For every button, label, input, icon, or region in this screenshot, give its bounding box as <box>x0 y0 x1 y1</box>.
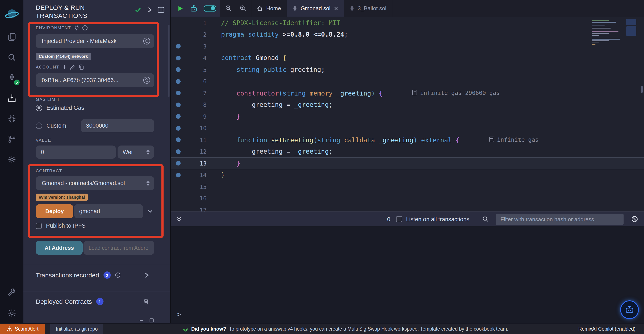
copy-icon[interactable] <box>149 318 154 323</box>
code-line[interactable]: 7 constructor(string memory _greeting) {… <box>171 87 644 99</box>
gutter-marker-icon[interactable] <box>171 44 185 49</box>
check-icon[interactable] <box>134 6 142 13</box>
contract-select[interactable]: Gmonad - contracts/Gmonad.sol <box>36 176 154 190</box>
split-panel-icon[interactable] <box>158 7 164 13</box>
close-icon[interactable] <box>334 6 338 10</box>
minimap[interactable] <box>592 19 636 49</box>
gutter-marker-icon[interactable] <box>171 114 185 119</box>
stepper-icon[interactable] <box>143 77 150 84</box>
gutter-marker-icon[interactable] <box>171 138 185 142</box>
git-init-button[interactable]: Initialize as git repo <box>50 324 103 334</box>
code-line[interactable]: 8 greeting = _greeting; <box>171 99 644 111</box>
file-explorer-icon[interactable] <box>0 27 24 47</box>
code-line[interactable]: 11 function setGreeting(string calldata … <box>171 134 644 146</box>
expand-terminal-icon[interactable] <box>176 216 182 222</box>
listen-checkbox[interactable] <box>396 216 402 222</box>
run-script-icon[interactable] <box>176 4 184 12</box>
solidity-compiler-icon[interactable] <box>0 68 24 88</box>
code-line[interactable]: 6 <box>171 75 644 87</box>
code-line[interactable]: 3 <box>171 40 644 52</box>
gutter-marker-icon[interactable] <box>171 149 185 154</box>
code-line[interactable]: 9 } <box>171 111 644 122</box>
code-line[interactable]: 2pragma solidity >=0.8.0 <=0.8.24; <box>171 29 644 40</box>
copy-icon[interactable] <box>78 64 84 70</box>
gutter-marker-icon[interactable] <box>171 56 185 60</box>
gutter-marker-icon[interactable] <box>171 126 185 131</box>
tab-ballot[interactable]: 3_Ballot.sol <box>344 0 392 16</box>
code-line[interactable]: 13 } <box>171 157 644 169</box>
minus-icon[interactable] <box>139 318 144 323</box>
code-line[interactable]: 15 <box>171 181 644 193</box>
deploy-run-icon[interactable] <box>0 88 24 108</box>
editor-scrollbar[interactable] <box>640 86 643 93</box>
code-line[interactable]: 4contract Gmonad { <box>171 52 644 64</box>
tab-home[interactable]: Home <box>251 0 287 16</box>
chevron-right-icon[interactable] <box>147 7 152 13</box>
line-number: 7 <box>185 90 206 97</box>
gutter-marker-icon[interactable] <box>171 67 185 72</box>
info-icon[interactable] <box>115 272 120 278</box>
copilot-status[interactable]: RemixAI Copilot (enabled) <box>578 324 636 334</box>
ai-robot-icon[interactable] <box>190 4 198 12</box>
scam-alert[interactable]: Scam Alert <box>0 324 45 334</box>
transactions-recorded-row[interactable]: Transactions recorded 2 <box>36 272 149 279</box>
line-number: 5 <box>185 66 206 73</box>
publish-ipfs-checkbox[interactable] <box>36 223 42 229</box>
at-address-button[interactable]: At Address <box>36 241 83 255</box>
plugins-icon[interactable] <box>0 149 24 170</box>
git-icon[interactable] <box>0 129 24 149</box>
zoom-out-icon[interactable] <box>225 5 232 12</box>
account-select[interactable]: 0xB1a...AF67b (7037.30466... <box>36 73 154 87</box>
code-line[interactable]: 12 greeting = _greeting; <box>171 146 644 157</box>
copilot-toggle[interactable] <box>204 5 216 12</box>
code-editor[interactable]: 1// SPDX-License-Identifier: MIT2pragma … <box>171 17 644 211</box>
deployed-contract-item[interactable] <box>36 318 154 323</box>
code-line[interactable]: 14} <box>171 169 644 181</box>
search-icon[interactable] <box>0 47 24 68</box>
code-line[interactable]: 16 <box>171 193 644 204</box>
stepper-icon[interactable] <box>143 37 150 45</box>
gutter-marker-icon[interactable] <box>171 79 185 84</box>
deployed-contracts-row[interactable]: Deployed Contracts 1 <box>36 298 149 305</box>
estimated-gas-radio[interactable] <box>36 105 42 111</box>
chevron-right-icon[interactable] <box>144 272 149 278</box>
gutter-marker-icon[interactable] <box>171 102 185 107</box>
deploy-arg-input[interactable] <box>74 204 143 218</box>
clear-console-icon[interactable] <box>631 216 638 223</box>
debugger-icon[interactable] <box>0 108 24 129</box>
info-icon[interactable] <box>82 25 88 31</box>
settings-icon[interactable] <box>0 303 24 323</box>
search-icon[interactable] <box>482 216 489 223</box>
plus-icon[interactable] <box>62 65 67 69</box>
edit-icon[interactable] <box>70 64 76 70</box>
terminal[interactable]: > <box>171 226 644 323</box>
filter-input[interactable] <box>496 213 624 225</box>
gutter-marker-icon[interactable] <box>171 173 185 177</box>
environment-label-row: ENVIRONMENT <box>36 25 88 31</box>
at-address-input[interactable] <box>84 241 154 255</box>
code-line[interactable]: 1// SPDX-License-Identifier: MIT <box>171 17 644 29</box>
gutter-marker-icon[interactable] <box>171 161 185 166</box>
panel-scrollbar[interactable] <box>168 25 170 97</box>
chevron-down-icon[interactable] <box>147 209 153 214</box>
code-text: greeting = _greeting; <box>221 148 333 156</box>
tab-gmonad[interactable]: Gmonad.sol <box>287 0 344 16</box>
code-line[interactable]: 17 <box>171 204 644 211</box>
trash-icon[interactable] <box>143 298 149 305</box>
code-line[interactable]: 10 <box>171 122 644 134</box>
deploy-button[interactable]: Deploy <box>36 204 73 218</box>
line-number: 13 <box>185 160 206 167</box>
transactions-recorded-label: Transactions recorded <box>36 272 99 279</box>
plugin-manager-icon[interactable] <box>0 283 24 303</box>
value-unit-select[interactable]: Wei <box>118 145 154 159</box>
zoom-in-icon[interactable] <box>239 5 246 12</box>
environment-select[interactable]: Injected Provider - MetaMask <box>36 34 154 48</box>
plug-icon[interactable] <box>74 25 79 31</box>
value-input[interactable] <box>36 145 116 159</box>
remix-logo-icon[interactable] <box>0 2 24 27</box>
code-line[interactable]: 5 string public greeting; <box>171 64 644 75</box>
gutter-marker-icon[interactable] <box>171 91 185 95</box>
custom-gas-radio[interactable] <box>36 123 42 129</box>
copilot-button[interactable] <box>620 300 639 319</box>
custom-gas-input[interactable] <box>81 119 154 132</box>
